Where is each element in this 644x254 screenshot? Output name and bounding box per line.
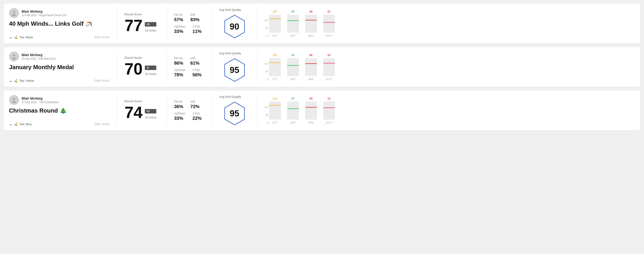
- one-putt-value: 56%: [192, 72, 202, 77]
- bar-line-putt: [323, 107, 335, 108]
- gir-stat: GIR 83%: [190, 13, 200, 22]
- up-down-label: Up/Down: [174, 112, 185, 115]
- bar-group-ott: 110 OTT: [269, 97, 281, 124]
- round-card: Blair McHarg 29 Jan 2022 · Mill Ride GCC…: [4, 47, 640, 87]
- bar-line-putt: [323, 63, 335, 64]
- gir-label: GIR: [190, 13, 200, 16]
- fw-hit-value: 36%: [174, 104, 183, 109]
- card-footer: ☁ ⛳ Tee: Black Data: Arccos: [9, 35, 110, 39]
- fw-hit-stat: FW Hit 86%: [174, 57, 183, 66]
- user-header: Blair McHarg 27 Dec 2021 · The Oxfordshi…: [9, 95, 110, 105]
- user-icon: [11, 53, 17, 60]
- data-source: Data: Arccos: [94, 123, 110, 126]
- bar-value-putt: 82: [328, 10, 330, 13]
- fw-hit-label: FW Hit: [174, 100, 183, 103]
- bar-group-app: 86 APP: [287, 54, 299, 81]
- bar-wrapper-app: [287, 58, 299, 76]
- bar-wrapper-putt: [323, 102, 335, 120]
- user-info: Blair McHarg 27 Dec 2021 · The Oxfordshi…: [22, 96, 59, 104]
- svg-point-7: [12, 101, 16, 103]
- bar-value-app: 87: [292, 97, 294, 100]
- up-down-stat: Up/Down 33%: [174, 112, 185, 121]
- user-date-course: 12 Feb 2022 · Royal North Devon GC: [22, 14, 67, 17]
- card-chart: 100 50 0 107 OTT 95 APP: [257, 8, 635, 39]
- bar-xlabel-putt: PUTT: [326, 121, 332, 124]
- round-title: Christmas Round 🎄: [9, 107, 110, 114]
- score-row: 74 +2 18 Holes: [124, 104, 160, 121]
- up-down-stat: Up/Down 78%: [174, 68, 185, 77]
- footer-icons: ☁ ⛳ Tee: Blue: [9, 122, 32, 126]
- bar-value-ott: 107: [273, 10, 277, 13]
- wind-icon: ⛳: [14, 123, 18, 126]
- bar-wrapper-arg: [305, 15, 317, 33]
- score-badge: +5: [145, 22, 156, 26]
- bar-group-putt: 93 PUTT: [323, 97, 335, 124]
- round-card: Blair McHarg 12 Feb 2022 · Royal North D…: [4, 3, 640, 43]
- bar-wrapper-app: [287, 15, 299, 33]
- user-name: Blair McHarg: [22, 53, 56, 57]
- user-date-course: 27 Dec 2021 · The Oxfordshire: [22, 101, 59, 104]
- gir-value: 61%: [190, 61, 200, 66]
- card-mid: Round Score 70 -2 18 Holes: [117, 52, 167, 82]
- bar-line-arg: [305, 20, 317, 20]
- gir-value: 83%: [190, 17, 200, 22]
- bar-line-app: [287, 108, 299, 109]
- user-date-course: 29 Jan 2022 · Mill Ride GCC: [22, 57, 56, 60]
- card-left: Blair McHarg 12 Feb 2022 · Royal North D…: [9, 8, 117, 39]
- up-down-stat: Up/Down 33%: [174, 25, 185, 34]
- card-mid: Round Score 74 +2 18 Holes: [117, 95, 167, 126]
- cloud-icon: ☁: [9, 79, 12, 82]
- bar-line-arg: [305, 107, 317, 108]
- data-source: Data: Arccos: [94, 79, 110, 82]
- up-down-value: 33%: [174, 116, 185, 121]
- bar-group-app: 87 APP: [287, 97, 299, 124]
- bar-value-app: 95: [292, 10, 294, 13]
- fw-hit-value: 86%: [174, 61, 183, 66]
- bar-xlabel-ott: OTT: [272, 78, 278, 81]
- bar-xlabel-arg: ARG: [308, 121, 314, 124]
- card-chart: 100 50 0 101 OTT 86 APP: [257, 52, 635, 82]
- bar-xlabel-app: APP: [290, 121, 296, 124]
- up-down-label: Up/Down: [174, 68, 185, 72]
- bar-value-app: 86: [292, 54, 294, 57]
- quality-label: Avg Shot Quality: [219, 8, 241, 11]
- fw-hit-label: FW Hit: [174, 13, 183, 16]
- bar-wrapper-app: [287, 102, 299, 120]
- bar-bg-ott: [269, 102, 281, 120]
- round-title: 40 Mph Winds... Links Golf 🪃: [9, 20, 110, 27]
- round-score-label: Round Score: [124, 100, 160, 103]
- card-footer: ☁ ⛳ Tee: Blue Data: Arccos: [9, 122, 110, 126]
- bar-group-putt: 82 PUTT: [323, 10, 335, 37]
- bar-group-arg: 98 ARG: [305, 10, 317, 37]
- bar-group-app: 95 APP: [287, 10, 299, 37]
- bar-wrapper-putt: [323, 58, 335, 76]
- bar-wrapper-arg: [305, 58, 317, 76]
- bar-bg-arg: [305, 102, 317, 120]
- bar-xlabel-putt: PUTT: [326, 34, 332, 37]
- cloud-icon: ☁: [9, 122, 12, 126]
- tee-label: Tee: Yellow: [20, 79, 34, 82]
- bar-bg-putt: [323, 102, 335, 120]
- bar-group-putt: 99 PUTT: [323, 54, 335, 81]
- score-badge: +2: [145, 109, 156, 114]
- hexagon-container: 95: [222, 58, 247, 82]
- bar-value-putt: 93: [328, 97, 330, 100]
- holes-label: 18 Holes: [145, 116, 156, 119]
- stats-row-1: FW Hit 36% GIR 72%: [174, 100, 204, 109]
- gir-value: 72%: [190, 104, 200, 109]
- up-down-value: 33%: [174, 29, 185, 34]
- footer-icons: ☁ ⛳ Tee: Black: [9, 35, 33, 39]
- card-stats: FW Hit 57% GIR 83% Up/Down 33% 1 Putt 11…: [167, 8, 212, 39]
- up-down-label: Up/Down: [174, 25, 185, 28]
- tee-label: Tee: Blue: [20, 123, 32, 126]
- bar-group-ott: 107 OTT: [269, 10, 281, 37]
- one-putt-label: 1 Putt: [192, 112, 202, 115]
- bar-xlabel-app: APP: [290, 78, 296, 81]
- score-row: 70 -2 18 Holes: [124, 61, 160, 77]
- one-putt-stat: 1 Putt 56%: [192, 68, 202, 77]
- user-icon: [11, 97, 17, 103]
- bar-wrapper-putt: [323, 15, 335, 33]
- bar-line-app: [287, 20, 299, 21]
- round-card: Blair McHarg 27 Dec 2021 · The Oxfordshi…: [4, 91, 640, 130]
- bar-line-arg: [305, 63, 317, 64]
